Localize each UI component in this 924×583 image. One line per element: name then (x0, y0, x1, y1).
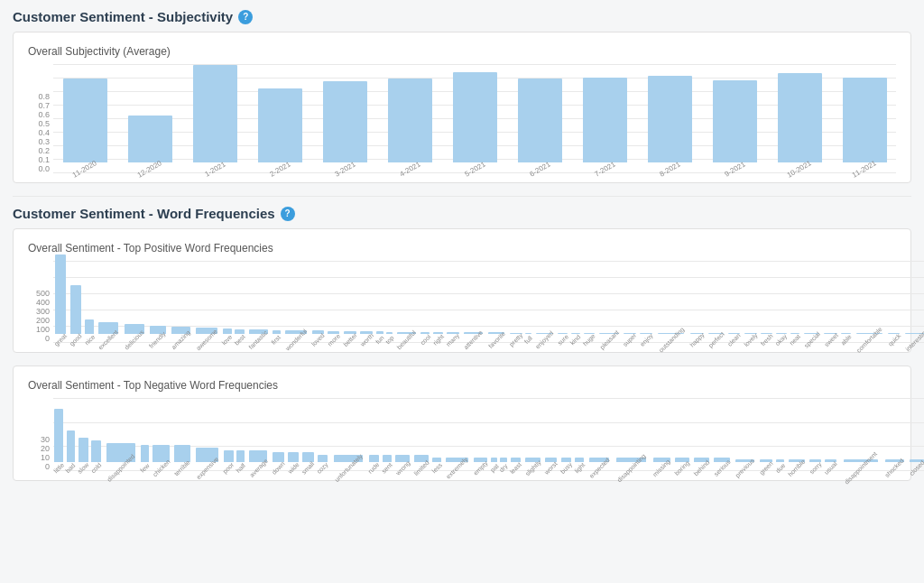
bar-group: 3-2021 (313, 81, 376, 173)
bar-group: excellent (96, 322, 121, 343)
bar-group: pat (490, 458, 499, 471)
bar (386, 332, 393, 334)
bar-label: 2-2021 (268, 160, 291, 178)
bar-group: perfect (707, 333, 725, 343)
bar-group: good (69, 285, 83, 343)
bar-label: worth (359, 332, 374, 347)
word-freq-section: Customer Sentiment - Word Frequencies ? … (13, 206, 911, 481)
bar-label: huge (582, 333, 596, 347)
bar-label: wrong (394, 459, 411, 476)
bar-label: quick (887, 332, 902, 347)
y-axis-label: 0.4 (28, 128, 50, 137)
bar (575, 458, 584, 462)
y-axis-label: 500 (28, 289, 50, 298)
bar-group: previous (733, 459, 756, 471)
subjectivity-chart-title: Overall Subjectivity (Average) (28, 45, 896, 58)
y-axis-label: 0.0 (28, 164, 50, 173)
bar-label: disappointment (843, 450, 878, 486)
bar-label: bad (65, 462, 77, 474)
bar-label: half (235, 462, 246, 474)
bar-group: extremely (443, 458, 470, 471)
bar-group: first (271, 330, 281, 344)
bar-group: better (342, 331, 358, 343)
negative-chart-container: Overall Sentiment - Top Negative Word Fr… (13, 366, 911, 481)
bar (713, 80, 757, 163)
bar-label: 5-2021 (463, 160, 486, 178)
section-divider (13, 196, 911, 197)
bar-label: 4-2021 (398, 160, 421, 178)
bar-group: light (574, 458, 586, 471)
bar-group: half (236, 450, 245, 471)
bar-group: expected (587, 458, 612, 471)
bar-label: cozy (316, 461, 329, 475)
bar-group: more (327, 331, 341, 343)
bar (432, 458, 441, 462)
bar-group: neat (789, 333, 801, 343)
bar-group: usual (823, 459, 838, 471)
bar-group: horrible (786, 459, 807, 471)
bar-group: kind (569, 333, 581, 343)
bar (453, 72, 497, 163)
bar-group: 9-2021 (703, 80, 766, 174)
positive-y-axis: 0100200300400500 (28, 289, 53, 343)
bar-group: many (445, 332, 460, 343)
bar-label: usual (823, 460, 838, 476)
bar-label: sweet (823, 332, 839, 348)
bar-group: right (432, 332, 445, 343)
bar-group: little (53, 409, 64, 471)
subjectivity-bars-wrapper: 11-202012-20201-20212-20213-20214-20215-… (53, 65, 896, 173)
bar (491, 458, 498, 462)
bar-group: okay (774, 333, 788, 343)
bar-group: wide (287, 452, 300, 471)
bar (70, 285, 81, 334)
bar-group: bad (65, 430, 76, 471)
bar-group: enjoyed (533, 333, 556, 343)
positive-chart-inner: 0100200300400500 greatgoodniceexcellentd… (28, 262, 896, 343)
bar-label: comfortable (855, 326, 883, 354)
bar-label: interesting (904, 328, 924, 353)
bar (79, 438, 88, 462)
bar-group: comfortable (853, 333, 886, 343)
bar-group: beautiful (394, 332, 418, 343)
y-axis-label: 0 (28, 462, 50, 471)
bar (776, 459, 784, 462)
bar (376, 331, 383, 334)
bar-group: huge (582, 333, 596, 343)
bar-group: 12-2020 (118, 116, 181, 174)
bar-label: 9-2021 (723, 160, 746, 178)
bar (369, 455, 379, 462)
bar-group: serious (712, 458, 733, 471)
bar-group: fantastic (246, 329, 270, 343)
bar-label: neat (789, 333, 802, 347)
bar-label: least (509, 461, 522, 475)
bar (235, 329, 245, 334)
positive-bar-chart: 0100200300400500 greatgoodniceexcellentd… (28, 262, 896, 343)
bar-label: clean (726, 332, 742, 347)
bar-label: nice (83, 333, 96, 346)
bar-group: slow (77, 438, 89, 471)
bar-label: small (300, 460, 316, 476)
y-axis-label: 0.1 (28, 155, 50, 164)
word-freq-help-icon[interactable]: ? (281, 207, 295, 221)
y-axis-label: 0 (28, 334, 50, 343)
positive-bars-row: greatgoodniceexcellentdeliciousfriendlya… (53, 262, 924, 343)
bar-group: happy (688, 333, 706, 343)
bar-group: missing (651, 458, 672, 471)
bar-label: best (234, 333, 246, 346)
bar (55, 254, 67, 334)
bar-group: shocked (882, 459, 906, 471)
bar-group: top (385, 332, 394, 343)
negative-chart-title: Overall Sentiment - Top Negative Word Fr… (28, 379, 896, 392)
bar-label: dry (498, 463, 509, 474)
bar-group: best (234, 329, 245, 343)
subjectivity-help-icon[interactable]: ? (238, 10, 253, 24)
bar-group: lovely (743, 333, 759, 343)
bar-label: worst (543, 460, 559, 476)
bar-label: good (69, 333, 83, 347)
bar-group: clean (726, 333, 742, 343)
y-axis-label: 10 (28, 453, 50, 462)
bar (388, 79, 432, 162)
negative-bars-wrapper: littlebadslowcolddisappointedfewchickent… (53, 399, 924, 471)
bar-group: empty (472, 458, 489, 471)
bar-group: interesting (902, 333, 924, 343)
